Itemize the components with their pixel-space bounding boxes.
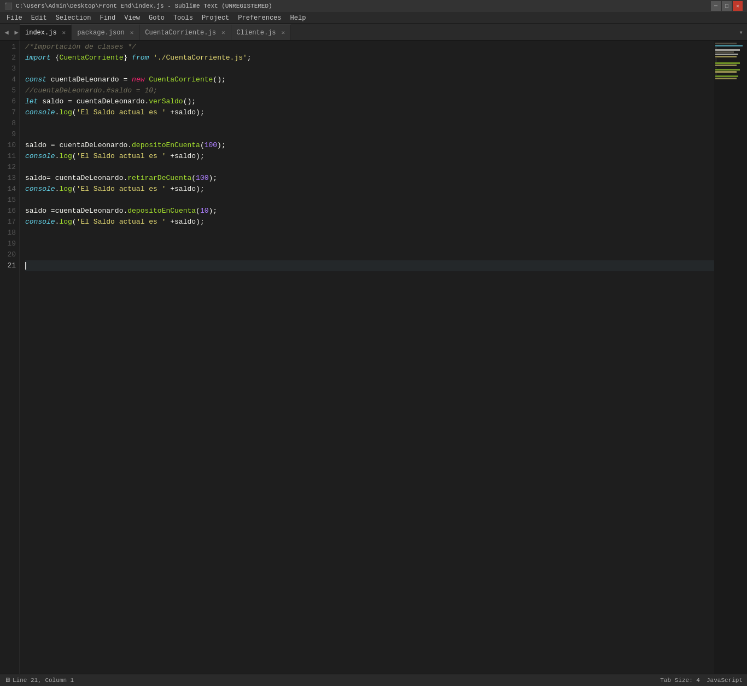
line-numbers: 1 2 3 4 5 6 7 8 9 10 11 12 13 14 15 16 1… xyxy=(0,40,20,674)
code-line-15 xyxy=(25,195,714,206)
tab-size[interactable]: Tab Size: 4 xyxy=(660,677,700,684)
mini-line-15 xyxy=(715,73,717,75)
menu-find[interactable]: Find xyxy=(95,12,120,24)
line-num-8: 8 xyxy=(0,118,16,129)
line-num-13: 13 xyxy=(0,173,16,184)
tab-cuentacorriente[interactable]: CuentaCorriente.js ✕ xyxy=(139,25,231,40)
menu-file[interactable]: File xyxy=(2,12,27,24)
close-button[interactable]: ✕ xyxy=(733,1,743,11)
mini-line-5 xyxy=(715,51,734,53)
language[interactable]: JavaScript xyxy=(707,677,743,684)
line-num-5: 5 xyxy=(0,85,16,96)
screen-icon: 🖥 xyxy=(4,676,10,684)
code-line-5: //cuentaDeLeonardo.#saldo = 10; xyxy=(25,85,714,96)
tab-back-button[interactable]: ◀ xyxy=(2,27,11,38)
line-num-21: 21 xyxy=(0,260,16,271)
line-num-10: 10 xyxy=(0,140,16,151)
minimap[interactable] xyxy=(714,40,747,674)
line-num-11: 11 xyxy=(0,151,16,162)
mini-line-11 xyxy=(715,65,737,66)
tab-bar: ◀ ▶ index.js ✕ package.json ✕ CuentaCorr… xyxy=(0,24,747,40)
code-line-17: console.log('El Saldo actual es ' +saldo… xyxy=(25,217,714,228)
menu-help[interactable]: Help xyxy=(286,12,311,24)
maximize-button[interactable]: □ xyxy=(722,1,732,11)
cursor-position[interactable]: Line 21, Column 1 xyxy=(13,677,74,684)
code-line-12 xyxy=(25,162,714,173)
menu-project[interactable]: Project xyxy=(197,12,234,24)
line-num-9: 9 xyxy=(0,129,16,140)
desktop-whitespace xyxy=(0,686,747,700)
code-line-9 xyxy=(25,129,714,140)
line-num-18: 18 xyxy=(0,228,16,238)
code-line-10: saldo = cuentaDeLeonardo.depositoEnCuent… xyxy=(25,140,714,151)
window-title: C:\Users\Admin\Desktop\Front End\index.j… xyxy=(16,3,272,9)
title-bar: ⬛ C:\Users\Admin\Desktop\Front End\index… xyxy=(0,0,747,12)
code-line-14: console.log('El Saldo actual es ' +saldo… xyxy=(25,184,714,195)
mini-line-6 xyxy=(715,54,738,55)
code-editor[interactable]: /*Importación de clases */ import {Cuent… xyxy=(20,40,714,674)
code-line-20 xyxy=(25,249,714,260)
desktop-area xyxy=(0,686,747,700)
tab-cliente[interactable]: Cliente.js ✕ xyxy=(231,25,291,40)
tab-cliente-close[interactable]: ✕ xyxy=(282,29,285,36)
window-controls[interactable]: ─ □ ✕ xyxy=(711,1,743,11)
tab-packagejson-close[interactable]: ✕ xyxy=(130,29,134,36)
menu-view[interactable]: View xyxy=(120,12,144,24)
line-num-2: 2 xyxy=(0,52,16,63)
mini-line-10 xyxy=(715,62,740,64)
tab-indexjs-label: index.js xyxy=(25,29,57,37)
mini-line-4 xyxy=(715,49,740,51)
tab-dropdown-button[interactable]: ▾ xyxy=(735,24,747,40)
line-num-17: 17 xyxy=(0,217,16,228)
code-line-3 xyxy=(25,63,714,74)
code-line-4: const cuentaDeLeonardo = new CuentaCorri… xyxy=(25,74,714,85)
mini-line-3 xyxy=(715,47,717,49)
tab-cuentacorriente-label: CuentaCorriente.js xyxy=(145,29,216,37)
code-line-21 xyxy=(25,260,714,271)
line-num-6: 6 xyxy=(0,96,16,107)
tab-cliente-label: Cliente.js xyxy=(237,29,276,37)
line-num-15: 15 xyxy=(0,195,16,206)
code-line-6: let saldo = cuentaDeLeonardo.verSaldo(); xyxy=(25,96,714,107)
code-line-2: import {CuentaCorriente} from './CuentaC… xyxy=(25,52,714,63)
code-line-16: saldo =cuentaDeLeonardo.depositoEnCuenta… xyxy=(25,206,714,217)
line-num-16: 16 xyxy=(0,206,16,217)
status-left: 🖥 Line 21, Column 1 xyxy=(4,676,74,684)
mini-line-17 xyxy=(715,78,737,79)
tab-indexjs[interactable]: index.js ✕ xyxy=(20,25,72,40)
mini-line-14 xyxy=(715,71,737,73)
app-icon: ⬛ xyxy=(4,2,13,10)
mini-line-8 xyxy=(715,58,717,60)
status-right: Tab Size: 4 JavaScript xyxy=(660,677,743,684)
tab-cuentacorriente-close[interactable]: ✕ xyxy=(221,29,225,36)
mini-line-1 xyxy=(715,43,737,44)
minimap-content xyxy=(714,40,747,82)
mini-line-7 xyxy=(715,56,737,57)
line-num-12: 12 xyxy=(0,162,16,173)
menu-selection[interactable]: Selection xyxy=(51,12,96,24)
line-num-7: 7 xyxy=(0,107,16,118)
mini-line-12 xyxy=(715,67,717,68)
line-num-19: 19 xyxy=(0,238,16,249)
tab-packagejson[interactable]: package.json ✕ xyxy=(72,25,139,40)
code-line-18 xyxy=(25,228,714,238)
mini-line-2 xyxy=(715,45,743,46)
menu-tools[interactable]: Tools xyxy=(169,12,197,24)
menu-goto[interactable]: Goto xyxy=(144,12,169,24)
mini-line-9 xyxy=(715,60,717,62)
line-num-3: 3 xyxy=(0,63,16,74)
line-num-1: 1 xyxy=(0,42,16,52)
code-line-7: console.log('El Saldo actual es ' +saldo… xyxy=(25,107,714,118)
minimize-button[interactable]: ─ xyxy=(711,1,721,11)
mini-line-13 xyxy=(715,69,740,71)
status-bar: 🖥 Line 21, Column 1 Tab Size: 4 JavaScri… xyxy=(0,674,747,686)
code-line-19 xyxy=(25,238,714,249)
menu-edit[interactable]: Edit xyxy=(27,12,51,24)
line-num-20: 20 xyxy=(0,249,16,260)
tab-indexjs-close[interactable]: ✕ xyxy=(62,29,66,36)
mini-line-16 xyxy=(715,75,738,77)
menu-preferences[interactable]: Preferences xyxy=(234,12,285,24)
line-num-14: 14 xyxy=(0,184,16,195)
text-cursor xyxy=(25,262,26,270)
editor-area: 1 2 3 4 5 6 7 8 9 10 11 12 13 14 15 16 1… xyxy=(0,40,747,674)
